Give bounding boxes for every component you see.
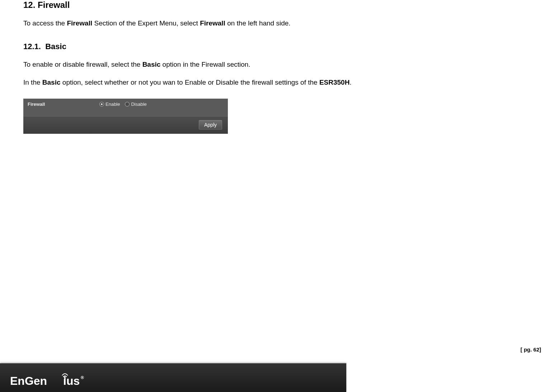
apply-button[interactable]: Apply — [199, 120, 222, 129]
text-run: option, select whether or not you wan to… — [61, 79, 319, 86]
engenius-logo-svg: EnGen ius ® — [10, 370, 89, 388]
paragraph-2: To enable or disable firewall, select th… — [23, 60, 526, 70]
text-bold: Firewall — [67, 19, 92, 27]
text-run: To enable or disable firewall, select th… — [23, 61, 142, 68]
text-bold: Firewall — [200, 19, 225, 27]
enable-option[interactable]: Enable — [99, 101, 120, 107]
firewall-panel-bottom: Apply — [23, 117, 228, 134]
logo-text-2: ius — [63, 374, 80, 387]
subsection-number: 12.1. — [23, 42, 41, 51]
text-bold: Basic — [42, 79, 61, 86]
text-bold: Basic — [142, 61, 161, 68]
radio-disable-icon[interactable] — [125, 102, 130, 107]
text-run: option in the Firewall section. — [160, 61, 250, 68]
section-heading: 12. Firewall — [23, 0, 526, 10]
engenius-logo: EnGen ius ® — [10, 370, 89, 388]
firewall-radio-group: Enable Disable — [99, 101, 147, 107]
subsection-title: Basic — [45, 42, 66, 51]
intro-paragraph: To access the Firewall Section of the Ex… — [23, 18, 526, 29]
radio-enable-label: Enable — [105, 101, 120, 107]
firewall-label: Firewall — [23, 101, 99, 107]
section-title: Firewall — [38, 0, 70, 10]
firewall-panel: Firewall Enable Disable Apply — [23, 99, 228, 134]
text-run: . — [349, 79, 351, 86]
radio-enable-icon[interactable] — [99, 102, 104, 107]
registered-icon: ® — [81, 375, 84, 380]
logo-text: EnGen — [10, 374, 47, 387]
paragraph-3: In the Basic option, select whether or n… — [23, 77, 526, 88]
footer-bar: EnGen ius ® — [0, 363, 346, 392]
text-run: Section of the Expert Menu, select — [92, 19, 200, 27]
firewall-panel-top: Firewall Enable Disable — [23, 99, 228, 117]
page-number: [ pg. 62] — [520, 346, 541, 353]
text-run: on the left hand side. — [225, 19, 291, 27]
subsection-heading: 12.1. Basic — [23, 42, 526, 51]
text-run: In the — [23, 79, 42, 86]
radio-disable-label: Disable — [131, 101, 146, 107]
page-content: 12. Firewall To access the Firewall Sect… — [0, 0, 549, 134]
text-run: To access the — [23, 19, 67, 27]
text-bold: ESR350H — [319, 79, 350, 86]
disable-option[interactable]: Disable — [125, 101, 146, 107]
section-number: 12. — [23, 0, 35, 10]
